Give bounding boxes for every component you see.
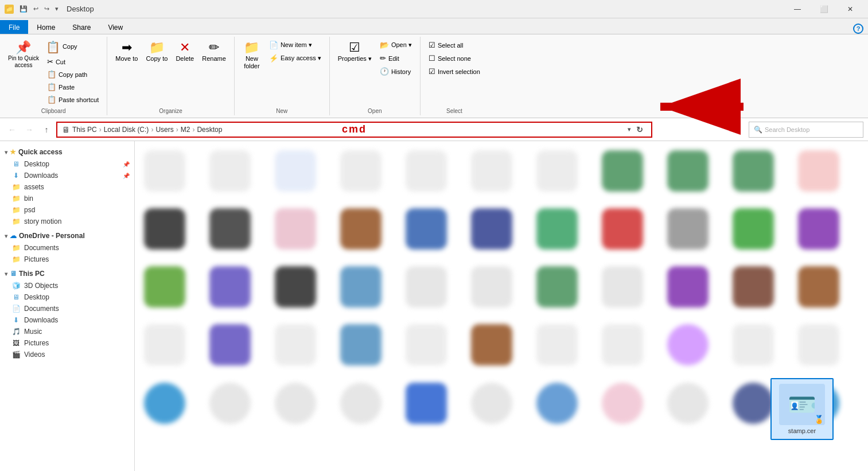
quick-access-header[interactable]: ▾ ★ Quick access	[0, 146, 134, 158]
tab-home[interactable]: Home	[28, 20, 64, 34]
window-controls: — ⬜ ✕	[784, 0, 863, 18]
save-icon[interactable]: 💾	[17, 4, 30, 14]
cut-button[interactable]: ✂ Cut	[44, 56, 102, 68]
this-pc-header[interactable]: ▾ 🖥 This PC	[0, 267, 134, 280]
paste-shortcut-button[interactable]: 📋 Paste shortcut	[44, 94, 102, 106]
invert-selection-icon: ☑	[429, 67, 435, 76]
history-label: History	[391, 68, 411, 75]
blurred-icon	[733, 150, 774, 192]
sidebar-item-videos[interactable]: 🎬 Videos	[0, 349, 134, 360]
blurred-icon	[536, 150, 578, 192]
select-none-label: Select none	[438, 55, 471, 62]
sidebar-item-pictures-pc[interactable]: 🖼 Pictures	[0, 337, 134, 349]
bin-label: bin	[24, 194, 33, 203]
path-m2[interactable]: M2	[181, 126, 190, 134]
address-bar[interactable]: 🖥 This PC › Local Disk (C:) › Users › M2…	[56, 122, 652, 138]
help-icon[interactable]: ?	[853, 24, 863, 34]
easy-access-button[interactable]: ⚡ Easy access ▾	[266, 52, 325, 64]
close-button[interactable]: ✕	[837, 0, 863, 18]
onedrive-label: OneDrive - Personal	[19, 232, 85, 240]
copy-to-button[interactable]: 📁 Copy to	[142, 39, 171, 65]
blurred-icon	[406, 324, 447, 365]
blurred-icon	[340, 150, 382, 192]
refresh-icon[interactable]: ↻	[633, 124, 647, 135]
new-item-button[interactable]: 📄 New item ▾	[266, 39, 325, 51]
new-folder-button[interactable]: 📁 Newfolder	[239, 39, 264, 72]
assets-folder-icon: 📁	[11, 183, 21, 191]
blurred-icon	[209, 383, 251, 424]
delete-button[interactable]: ✕ Delete	[172, 39, 197, 65]
blurred-icon	[667, 266, 709, 307]
move-to-button[interactable]: ➡ Move to	[112, 39, 141, 65]
sidebar-item-documents[interactable]: 📁 Documents	[0, 242, 134, 254]
sidebar-item-downloads[interactable]: ⬇ Downloads 📌	[0, 170, 134, 181]
copy-path-button[interactable]: 📋 Copy path	[44, 68, 102, 80]
path-users[interactable]: Users	[155, 126, 173, 134]
sidebar-item-bin[interactable]: 📁 bin	[0, 193, 134, 204]
tab-view[interactable]: View	[99, 20, 131, 34]
new-item-label: New item ▾	[281, 41, 312, 49]
red-arrow	[655, 107, 746, 153]
redo-icon[interactable]: ↪	[42, 4, 52, 14]
cmd-text: cmd	[342, 123, 367, 135]
blurred-icon	[275, 150, 316, 192]
forward-button[interactable]: →	[22, 122, 37, 137]
downloads-folder-icon: ⬇	[11, 172, 21, 180]
up-button[interactable]: ↑	[39, 122, 54, 137]
copy-button[interactable]: 📋 Copy	[44, 39, 102, 55]
sidebar-item-desktop[interactable]: 🖥 Desktop 📌	[0, 158, 134, 170]
address-dropdown-icon[interactable]: ▾	[625, 125, 633, 134]
move-to-label: Move to	[115, 55, 138, 63]
edit-button[interactable]: ✏ Edit	[376, 52, 415, 64]
select-none-button[interactable]: ☐ Select none	[425, 52, 484, 64]
blurred-icon	[667, 383, 709, 424]
path-this-pc[interactable]: This PC	[72, 126, 97, 134]
sidebar-item-downloads-pc[interactable]: ⬇ Downloads	[0, 314, 134, 326]
history-button[interactable]: 🕐 History	[376, 65, 415, 77]
pin-downloads-icon: 📌	[123, 173, 130, 179]
onedrive-header[interactable]: ▾ ☁ OneDrive - Personal	[0, 229, 134, 242]
organize-buttons: ➡ Move to 📁 Copy to ✕ Delete ✏ Rename	[112, 37, 229, 108]
blurred-icon	[209, 266, 251, 307]
rename-button[interactable]: ✏ Rename	[198, 39, 229, 65]
pin-button[interactable]: 📌 Pin to Quickaccess	[5, 39, 42, 71]
blurred-icon	[275, 266, 316, 307]
blurred-icon	[536, 383, 578, 424]
blurred-icon	[602, 324, 643, 365]
back-button[interactable]: ←	[5, 122, 20, 137]
search-icon: 🔍	[754, 126, 762, 134]
blurred-icon	[798, 266, 839, 307]
blurred-icon	[209, 150, 251, 192]
sidebar-item-desktop-pc[interactable]: 🖥 Desktop	[0, 291, 134, 303]
paste-button[interactable]: 📋 Paste	[44, 81, 102, 93]
invert-selection-button[interactable]: ☑ Invert selection	[425, 65, 484, 77]
music-icon: 🎵	[11, 328, 21, 336]
maximize-button[interactable]: ⬜	[811, 0, 837, 18]
sidebar-item-music[interactable]: 🎵 Music	[0, 326, 134, 337]
path-desktop[interactable]: Desktop	[197, 126, 222, 134]
select-all-label: Select all	[438, 42, 464, 49]
stamp-cer-file[interactable]: 🪪 🏅 stamp.cer	[770, 378, 834, 440]
sidebar-item-story-motion[interactable]: 📁 story motion	[0, 216, 134, 227]
tab-share[interactable]: Share	[64, 20, 99, 34]
open-button[interactable]: 📂 Open ▾	[376, 39, 415, 51]
copy-path-icon: 📋	[47, 70, 56, 79]
undo-icon[interactable]: ↩	[31, 4, 41, 14]
sidebar-item-3d-objects[interactable]: 🧊 3D Objects	[0, 280, 134, 291]
assets-label: assets	[24, 183, 44, 191]
path-local-disk[interactable]: Local Disk (C:)	[104, 126, 149, 134]
blurred-icon	[602, 150, 643, 192]
search-bar[interactable]: 🔍 Search Desktop	[749, 122, 863, 138]
paste-icon: 📋	[47, 83, 56, 91]
dropdown-icon[interactable]: ▾	[53, 4, 61, 14]
sidebar-item-psd[interactable]: 📁 psd	[0, 204, 134, 216]
sidebar-item-pictures[interactable]: 📁 Pictures	[0, 254, 134, 265]
select-all-button[interactable]: ☑ Select all	[425, 39, 484, 51]
minimize-button[interactable]: —	[784, 0, 811, 18]
properties-button[interactable]: ☑ Properties ▾	[334, 39, 375, 65]
sidebar-item-assets[interactable]: 📁 assets	[0, 181, 134, 193]
sidebar-item-documents-pc[interactable]: 📄 Documents	[0, 303, 134, 314]
blurred-icon	[144, 266, 185, 307]
tab-file[interactable]: File	[0, 20, 28, 34]
desktop-pc-icon: 🖥	[11, 293, 21, 301]
